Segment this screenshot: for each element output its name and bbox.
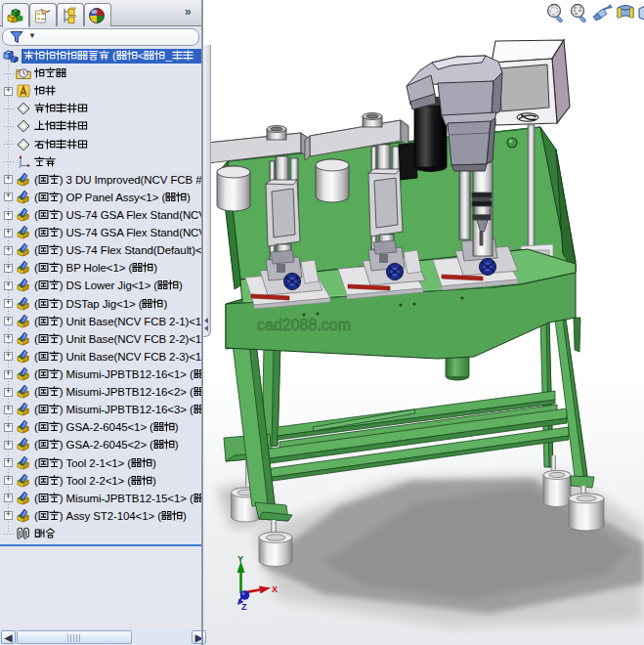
svg-text:cad2088.com: cad2088.com: [257, 317, 351, 333]
svg-text:Z: Z: [241, 602, 247, 612]
svg-text:Y: Y: [237, 554, 243, 564]
svg-text:X: X: [272, 584, 278, 594]
